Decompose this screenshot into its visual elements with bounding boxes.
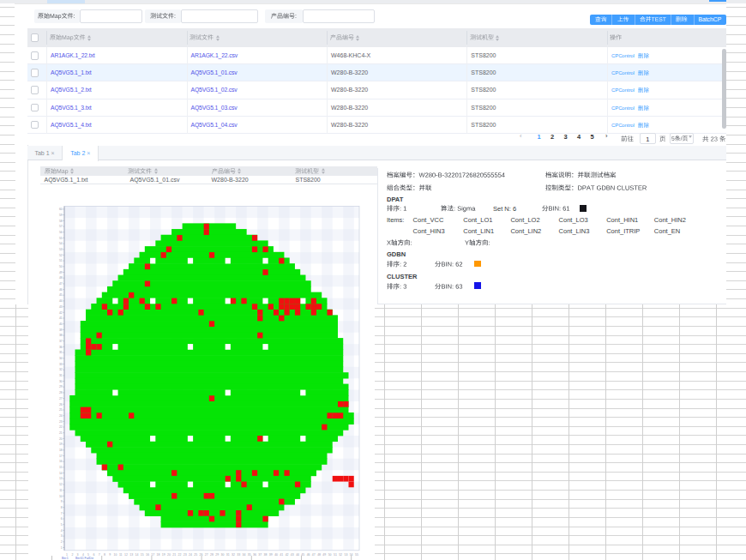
svg-text:30: 30	[221, 553, 225, 557]
svg-text:7: 7	[61, 512, 63, 515]
svg-text:31: 31	[226, 553, 230, 557]
svg-text:20: 20	[59, 437, 63, 441]
svg-text:11: 11	[119, 553, 123, 557]
svg-text:51: 51	[334, 553, 337, 557]
svg-text:48: 48	[317, 553, 321, 557]
svg-text:40: 40	[274, 553, 278, 557]
svg-text:2: 2	[71, 553, 73, 557]
svg-text:41: 41	[280, 553, 283, 557]
svg-text:28: 28	[59, 391, 63, 394]
svg-text:9: 9	[109, 553, 111, 557]
svg-text:42: 42	[286, 553, 289, 557]
svg-text:44: 44	[59, 299, 63, 303]
svg-text:27: 27	[205, 553, 208, 557]
svg-text:41: 41	[59, 316, 63, 320]
svg-text:29: 29	[215, 553, 219, 557]
svg-text:22: 22	[178, 553, 182, 557]
svg-text:8: 8	[104, 553, 105, 557]
svg-text:26: 26	[200, 553, 203, 557]
svg-text:50: 50	[59, 265, 63, 268]
svg-text:40: 40	[59, 322, 63, 326]
svg-text:38: 38	[264, 553, 268, 557]
svg-text:51: 51	[59, 259, 63, 262]
svg-text:52: 52	[59, 254, 63, 257]
svg-text:55: 55	[355, 553, 358, 557]
svg-text:36: 36	[59, 346, 63, 349]
svg-text:17: 17	[59, 455, 63, 458]
svg-text:20: 20	[167, 553, 171, 557]
svg-text:12: 12	[124, 553, 128, 557]
svg-text:59: 59	[59, 214, 63, 217]
svg-text:49: 49	[322, 553, 326, 557]
svg-text:33: 33	[237, 553, 240, 557]
svg-text:25: 25	[59, 408, 63, 412]
svg-text:14: 14	[59, 472, 63, 475]
svg-text:57: 57	[59, 225, 63, 228]
svg-text:6: 6	[61, 517, 63, 521]
svg-text:42: 42	[59, 311, 63, 315]
svg-text:31: 31	[59, 374, 63, 377]
svg-text:13: 13	[129, 553, 133, 557]
svg-text:50: 50	[328, 553, 332, 557]
svg-text:12: 12	[59, 483, 63, 486]
svg-text:15: 15	[59, 466, 63, 469]
svg-text:1: 1	[61, 546, 63, 550]
svg-text:35: 35	[248, 553, 251, 557]
svg-text:24: 24	[189, 553, 192, 557]
svg-text:45: 45	[59, 293, 63, 297]
svg-text:30: 30	[59, 380, 63, 383]
svg-text:32: 32	[232, 553, 235, 557]
svg-text:25: 25	[194, 553, 197, 557]
svg-text:26: 26	[59, 403, 63, 406]
svg-text:38: 38	[59, 334, 63, 337]
svg-text:2: 2	[61, 540, 63, 544]
svg-text:47: 47	[59, 282, 63, 286]
svg-text:36: 36	[253, 553, 256, 557]
svg-text:23: 23	[59, 420, 63, 424]
svg-text:18: 18	[59, 449, 63, 452]
svg-text:23: 23	[183, 553, 187, 557]
svg-text:15: 15	[141, 553, 144, 557]
svg-text:53: 53	[344, 553, 347, 557]
svg-text:46: 46	[59, 288, 63, 292]
svg-text:13: 13	[59, 477, 63, 480]
svg-text:32: 32	[59, 368, 63, 371]
svg-text:49: 49	[59, 271, 63, 274]
svg-text:5: 5	[61, 523, 63, 527]
svg-text:60: 60	[59, 208, 63, 211]
svg-text:3: 3	[61, 534, 63, 538]
svg-text:52: 52	[339, 553, 342, 557]
svg-text:46: 46	[307, 553, 310, 557]
svg-text:48: 48	[59, 276, 63, 280]
svg-text:9: 9	[61, 500, 63, 503]
svg-text:19: 19	[59, 443, 63, 446]
svg-text:43: 43	[291, 553, 294, 557]
svg-text:39: 39	[269, 553, 273, 557]
svg-text:58: 58	[59, 220, 63, 223]
svg-text:43: 43	[59, 305, 63, 309]
svg-text:45: 45	[301, 553, 304, 557]
svg-text:27: 27	[59, 397, 63, 400]
svg-text:37: 37	[258, 553, 262, 557]
svg-text:33: 33	[59, 363, 63, 366]
svg-text:44: 44	[296, 553, 299, 557]
svg-text:47: 47	[312, 553, 316, 557]
svg-text:35: 35	[59, 351, 63, 354]
svg-text:54: 54	[59, 242, 63, 245]
svg-text:39: 39	[59, 328, 63, 332]
svg-text:Bin:61 FailDie: Bin:61 FailDie	[75, 557, 93, 560]
svg-text:19: 19	[162, 553, 165, 557]
svg-text:10: 10	[113, 553, 117, 557]
svg-text:16: 16	[146, 553, 149, 557]
svg-text:21: 21	[59, 431, 63, 435]
svg-text:4: 4	[61, 529, 63, 533]
svg-text:37: 37	[59, 340, 63, 343]
svg-text:28: 28	[210, 553, 214, 557]
svg-text:56: 56	[59, 231, 63, 234]
svg-text:18: 18	[157, 553, 160, 557]
svg-text:24: 24	[59, 414, 63, 418]
svg-text:10: 10	[59, 495, 63, 498]
svg-text:53: 53	[59, 248, 63, 251]
svg-text:11: 11	[59, 489, 63, 492]
svg-text:21: 21	[172, 553, 176, 557]
